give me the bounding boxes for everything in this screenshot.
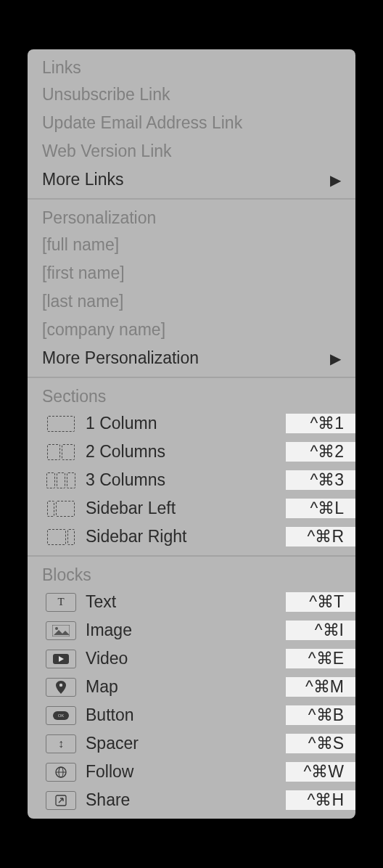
section-sidebar-left-icon xyxy=(42,499,86,518)
full-name-item[interactable]: [full name] xyxy=(28,231,355,259)
section-2-columns-item[interactable]: 2 Columns ^⌘2 xyxy=(28,438,355,466)
more-personalization-item[interactable]: More Personalization ▶ xyxy=(28,344,355,372)
share-block-icon xyxy=(42,791,86,810)
last-name-item[interactable]: [last name] xyxy=(28,287,355,316)
block-spacer-item[interactable]: ↕ Spacer ^⌘S xyxy=(28,729,355,758)
more-links-item[interactable]: More Links ▶ xyxy=(28,165,355,194)
shortcut: ^⌘S xyxy=(286,734,355,753)
sections-heading: Sections xyxy=(28,382,355,409)
section-3-columns-item[interactable]: 3 Columns ^⌘3 xyxy=(28,466,355,494)
unsubscribe-link-item[interactable]: Unsubscribe Link xyxy=(28,81,355,109)
block-map-item[interactable]: Map ^⌘M xyxy=(28,673,355,701)
section-1-column-icon xyxy=(42,414,86,433)
personalization-heading: Personalization xyxy=(28,204,355,231)
shortcut: ^⌘W xyxy=(286,762,355,782)
spacer-block-icon: ↕ xyxy=(42,734,86,753)
section-2-columns-icon xyxy=(42,443,86,462)
update-email-link-item[interactable]: Update Email Address Link xyxy=(28,109,355,137)
separator xyxy=(28,555,355,557)
company-name-item[interactable]: [company name] xyxy=(28,316,355,344)
section-sidebar-right-icon xyxy=(42,528,86,546)
svg-point-1 xyxy=(55,627,58,630)
section-3-columns-icon xyxy=(42,471,86,490)
block-video-item[interactable]: Video ^⌘E xyxy=(28,644,355,673)
submenu-arrow-icon: ▶ xyxy=(330,171,341,189)
block-text-item[interactable]: T Text ^⌘T xyxy=(28,588,355,616)
links-heading: Links xyxy=(28,54,355,81)
section-sidebar-left-item[interactable]: Sidebar Left ^⌘L xyxy=(28,494,355,523)
context-menu: Links Unsubscribe Link Update Email Addr… xyxy=(28,49,355,819)
submenu-arrow-icon: ▶ xyxy=(330,350,341,367)
shortcut: ^⌘2 xyxy=(286,442,355,462)
blocks-heading: Blocks xyxy=(28,561,355,588)
button-block-icon: OK xyxy=(42,706,86,725)
shortcut: ^⌘B xyxy=(286,705,355,725)
video-block-icon xyxy=(42,650,86,668)
shortcut: ^⌘I xyxy=(286,621,355,640)
separator xyxy=(28,377,355,378)
shortcut: ^⌘R xyxy=(286,527,355,546)
shortcut: ^⌘M xyxy=(286,677,355,697)
follow-block-icon xyxy=(42,763,86,782)
text-block-icon: T xyxy=(42,593,86,612)
image-block-icon xyxy=(42,621,86,640)
web-version-link-item[interactable]: Web Version Link xyxy=(28,137,355,165)
shortcut: ^⌘H xyxy=(286,790,355,810)
shortcut: ^⌘E xyxy=(286,649,355,668)
shortcut: ^⌘1 xyxy=(286,414,355,433)
block-button-item[interactable]: OK Button ^⌘B xyxy=(28,701,355,729)
first-name-item[interactable]: [first name] xyxy=(28,259,355,287)
shortcut: ^⌘T xyxy=(286,592,355,612)
shortcut: ^⌘L xyxy=(286,499,355,518)
shortcut: ^⌘3 xyxy=(286,470,355,490)
section-1-column-item[interactable]: 1 Column ^⌘1 xyxy=(28,409,355,438)
block-image-item[interactable]: Image ^⌘I xyxy=(28,616,355,644)
map-block-icon xyxy=(42,678,86,697)
block-share-item[interactable]: Share ^⌘H xyxy=(28,786,355,814)
separator xyxy=(28,198,355,200)
svg-point-3 xyxy=(59,683,62,686)
block-follow-item[interactable]: Follow ^⌘W xyxy=(28,758,355,786)
section-sidebar-right-item[interactable]: Sidebar Right ^⌘R xyxy=(28,523,355,551)
